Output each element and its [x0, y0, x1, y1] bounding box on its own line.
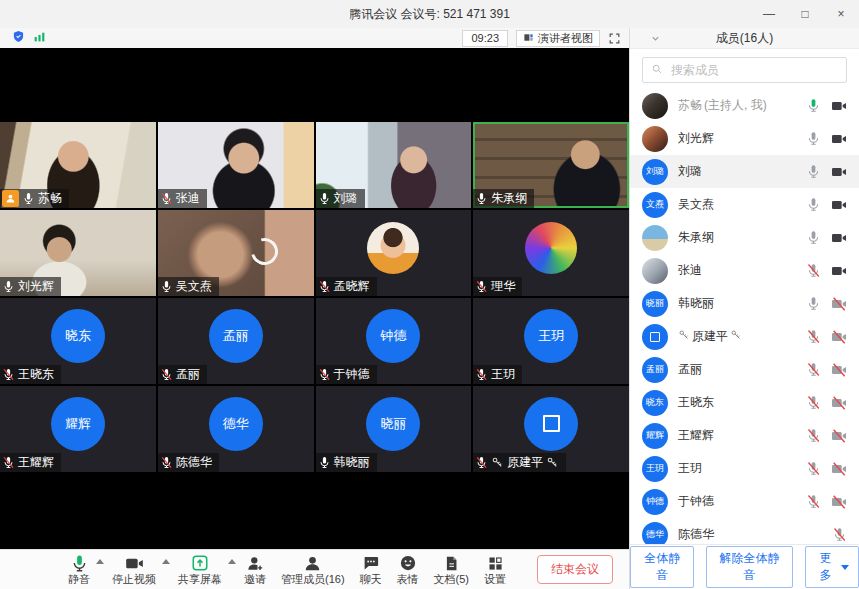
- mic-on-icon[interactable]: [806, 164, 821, 179]
- participant-avatar: 耀辉: [51, 397, 105, 451]
- network-signal-icon[interactable]: [33, 29, 46, 47]
- camera-on-icon[interactable]: [831, 164, 847, 180]
- participant-name: 朱承纲: [491, 190, 527, 207]
- member-row[interactable]: 钟德于钟德: [630, 485, 859, 518]
- camera-off-icon[interactable]: [831, 362, 847, 378]
- member-av-controls: [806, 131, 847, 147]
- mic-muted-icon[interactable]: [806, 362, 821, 377]
- participant-name-label: 王耀辉: [0, 453, 61, 472]
- mic-muted-icon[interactable]: [806, 461, 821, 476]
- video-tile[interactable]: 王玥王玥: [473, 298, 629, 384]
- member-row[interactable]: 朱承纲: [630, 221, 859, 254]
- camera-off-icon[interactable]: [831, 296, 847, 312]
- camera-off-icon[interactable]: [831, 461, 847, 477]
- mic-muted-icon[interactable]: [806, 263, 821, 278]
- camera-off-icon[interactable]: [831, 494, 847, 510]
- video-tile[interactable]: 吴文焘: [158, 210, 314, 296]
- unmute-all-button[interactable]: 解除全体静音: [706, 546, 793, 588]
- video-grid: 苏畅张迪刘璐朱承纲刘光辉吴文焘孟晓辉理华晓东王晓东孟丽孟丽钟德于钟德王玥王玥耀辉…: [0, 122, 629, 472]
- participant-avatar: [367, 222, 419, 274]
- collapse-chevron-icon[interactable]: [650, 33, 661, 44]
- video-tile[interactable]: 德华陈德华: [158, 386, 314, 472]
- toolbar-chat[interactable]: 聊天: [360, 554, 382, 586]
- mic-muted-icon[interactable]: [806, 494, 821, 509]
- member-row[interactable]: 晓东王晓东: [630, 386, 859, 419]
- member-search: [642, 57, 847, 83]
- participant-name-label: 张迪: [158, 189, 207, 208]
- close-button[interactable]: ×: [823, 0, 859, 28]
- toolbar-label: 管理成员(16): [281, 573, 345, 586]
- minimize-button[interactable]: —: [751, 0, 787, 28]
- toolbar-manage-members[interactable]: 管理成员(16): [281, 554, 345, 586]
- caret-up-icon[interactable]: [228, 559, 236, 564]
- participant-name: 陈德华: [176, 454, 212, 471]
- video-tile[interactable]: 朱承纲: [473, 122, 629, 208]
- member-name: 朱承纲: [678, 229, 714, 246]
- member-row[interactable]: 张迪: [630, 254, 859, 287]
- mic-muted-icon[interactable]: [806, 329, 821, 344]
- toolbar-emoji[interactable]: 表情: [397, 554, 419, 586]
- video-tile[interactable]: 理华: [473, 210, 629, 296]
- camera-on-icon[interactable]: [831, 197, 847, 213]
- member-list: 苏畅(主持人, 我)刘光辉刘璐刘璐文焘吴文焘朱承纲张迪晓丽韩晓丽原建平孟丽孟丽晓…: [630, 89, 859, 544]
- camera-off-icon[interactable]: [831, 329, 847, 345]
- mic-on-icon[interactable]: [806, 230, 821, 245]
- mic-muted-icon[interactable]: [806, 428, 821, 443]
- member-row[interactable]: 孟丽孟丽: [630, 353, 859, 386]
- search-input[interactable]: [669, 62, 838, 78]
- video-tile[interactable]: 原建平: [473, 386, 629, 472]
- fullscreen-button[interactable]: [608, 32, 621, 45]
- toolbar-mute[interactable]: 静音: [68, 554, 90, 586]
- toolbar-share-screen[interactable]: 共享屏幕: [178, 554, 222, 586]
- mic-on-icon[interactable]: [806, 296, 821, 311]
- camera-on-icon[interactable]: [831, 98, 847, 114]
- camera-on-icon[interactable]: [831, 263, 847, 279]
- video-tile[interactable]: 晓丽韩晓丽: [316, 386, 472, 472]
- toolbar-stop-video[interactable]: 停止视频: [112, 554, 156, 586]
- speaker-view-button[interactable]: 演讲者视图: [516, 30, 600, 47]
- mic-muted-icon[interactable]: [806, 395, 821, 410]
- member-row[interactable]: 苏畅(主持人, 我): [630, 89, 859, 122]
- end-meeting-button[interactable]: 结束会议: [537, 555, 613, 584]
- toolbar-settings[interactable]: 设置: [484, 554, 506, 586]
- video-tile[interactable]: 耀辉王耀辉: [0, 386, 156, 472]
- camera-on-icon[interactable]: [831, 131, 847, 147]
- video-tile[interactable]: 刘光辉: [0, 210, 156, 296]
- member-avatar: 王玥: [642, 456, 668, 482]
- member-row[interactable]: 文焘吴文焘: [630, 188, 859, 221]
- participant-name: 孟丽: [176, 366, 200, 383]
- video-tile[interactable]: 张迪: [158, 122, 314, 208]
- maximize-button[interactable]: □: [787, 0, 823, 28]
- member-row[interactable]: 刘光辉: [630, 122, 859, 155]
- member-row[interactable]: 耀辉王耀辉: [630, 419, 859, 452]
- member-name-text: 朱承纲: [678, 229, 714, 246]
- participant-avatar: 钟德: [366, 309, 420, 363]
- member-row[interactable]: 刘璐刘璐: [630, 155, 859, 188]
- video-tile[interactable]: 孟晓辉: [316, 210, 472, 296]
- camera-off-icon[interactable]: [831, 428, 847, 444]
- camera-off-icon[interactable]: [831, 395, 847, 411]
- docs-icon: [443, 554, 460, 573]
- video-tile[interactable]: 钟德于钟德: [316, 298, 472, 384]
- member-row[interactable]: 德华陈德华: [630, 518, 859, 544]
- video-tile[interactable]: 刘璐: [316, 122, 472, 208]
- more-button[interactable]: 更多: [805, 546, 859, 588]
- camera-on-icon[interactable]: [831, 230, 847, 246]
- participant-name-label: 孟丽: [158, 365, 207, 384]
- mic-active-icon[interactable]: [806, 98, 821, 113]
- video-tile[interactable]: 孟丽孟丽: [158, 298, 314, 384]
- mic-on-icon[interactable]: [806, 197, 821, 212]
- toolbar-invite[interactable]: 邀请: [244, 554, 266, 586]
- mic-muted-icon[interactable]: [832, 527, 847, 542]
- mute-all-button[interactable]: 全体静音: [630, 546, 694, 588]
- security-shield-icon[interactable]: [12, 29, 25, 47]
- caret-up-icon[interactable]: [162, 559, 170, 564]
- video-tile[interactable]: 晓东王晓东: [0, 298, 156, 384]
- member-row[interactable]: 王玥王玥: [630, 452, 859, 485]
- video-tile[interactable]: 苏畅: [0, 122, 156, 208]
- member-row[interactable]: 晓丽韩晓丽: [630, 287, 859, 320]
- member-row[interactable]: 原建平: [630, 320, 859, 353]
- caret-up-icon[interactable]: [96, 559, 104, 564]
- mic-on-icon[interactable]: [806, 131, 821, 146]
- toolbar-docs[interactable]: 文档(5): [434, 554, 469, 586]
